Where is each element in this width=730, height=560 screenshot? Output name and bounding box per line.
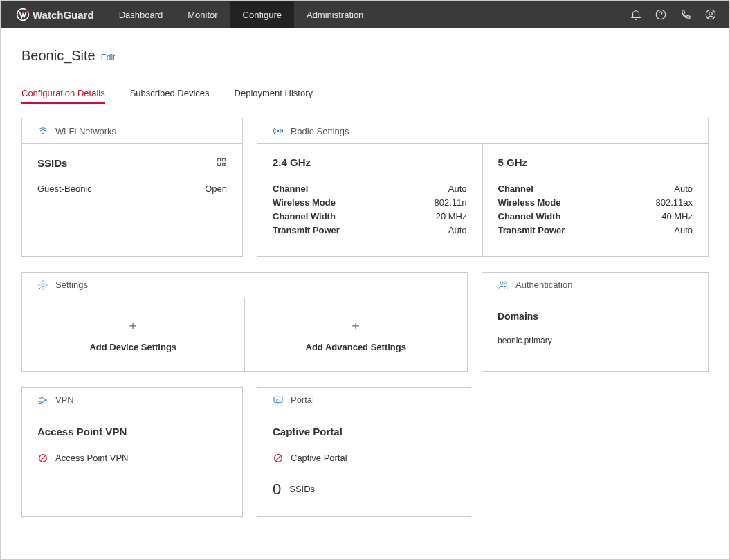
svg-point-3 <box>709 12 713 15</box>
svg-rect-10 <box>222 165 223 165</box>
r24-channel-label: Channel <box>273 182 308 196</box>
radio-24-title: 2.4 GHz <box>273 156 467 168</box>
brand-logo: WatchGuard <box>1 8 107 21</box>
wifi-icon <box>37 125 48 136</box>
nav-configure[interactable]: Configure <box>230 1 294 28</box>
brand-text: WatchGuard <box>33 9 94 21</box>
add-advanced-label: Add Advanced Settings <box>306 342 406 352</box>
svg-rect-6 <box>222 159 225 161</box>
radio-col-24: 2.4 GHz ChannelAuto Wireless Mode802.11n… <box>257 144 483 256</box>
add-device-label: Add Device Settings <box>89 342 176 352</box>
domains-label: Domains <box>498 311 693 322</box>
radio-icon <box>273 125 284 136</box>
disabled-icon <box>273 453 284 464</box>
svg-point-15 <box>504 282 507 284</box>
vpn-card-title: VPN <box>55 395 74 405</box>
nav-right-icons <box>630 8 729 21</box>
vpn-title: Access Point VPN <box>37 426 227 437</box>
vpn-status-label: Access Point VPN <box>55 453 129 463</box>
portal-card-body: Captive Portal Captive Portal 0 SSIDs <box>257 413 471 516</box>
users-icon <box>498 280 509 291</box>
plus-icon: ＋ <box>349 317 362 334</box>
svg-rect-7 <box>218 163 221 165</box>
svg-rect-5 <box>218 159 221 161</box>
r5-power: Auto <box>674 224 693 237</box>
r24-mode: 802.11n <box>435 196 467 210</box>
r5-power-label: Transmit Power <box>498 224 565 237</box>
radio-card-title: Radio Settings <box>291 126 349 136</box>
qr-icon[interactable] <box>216 156 227 170</box>
disabled-icon <box>37 453 48 464</box>
vpn-card: VPN Access Point VPN Access Point VPN <box>21 387 243 517</box>
svg-point-17 <box>39 401 42 404</box>
svg-rect-8 <box>222 163 223 163</box>
r24-channel: Auto <box>448 182 467 196</box>
vpn-card-header: VPN <box>22 388 242 413</box>
svg-point-12 <box>277 130 280 132</box>
add-advanced-settings-button[interactable]: ＋ Add Advanced Settings <box>245 298 468 371</box>
r5-channel: Auto <box>674 182 693 196</box>
vpn-status-row: Access Point VPN <box>37 453 227 464</box>
r24-power: Auto <box>448 224 467 237</box>
phone-icon[interactable] <box>679 8 692 21</box>
r5-width: 40 MHz <box>661 210 693 224</box>
portal-card-header: Portal <box>257 388 471 413</box>
svg-point-4 <box>42 133 43 134</box>
portal-count-label: SSIDs <box>289 484 315 494</box>
ssid-name: Guest-Beonic <box>37 183 92 194</box>
nav-administration[interactable]: Administration <box>294 1 376 28</box>
nav-monitor[interactable]: Monitor <box>175 1 230 28</box>
ssid-security: Open <box>205 183 227 194</box>
nav-items: Dashboard Monitor Configure Administrati… <box>107 1 376 28</box>
gear-icon <box>37 280 48 291</box>
auth-card-header: Authentication <box>482 273 708 298</box>
r24-power-label: Transmit Power <box>273 224 340 237</box>
bell-icon[interactable] <box>630 8 642 21</box>
auth-card-title: Authentication <box>515 280 572 290</box>
wifi-card-header: Wi-Fi Networks <box>22 118 242 144</box>
radio-card-body: 2.4 GHz ChannelAuto Wireless Mode802.11n… <box>257 144 708 256</box>
vpn-icon <box>37 395 48 406</box>
wifi-card-title: Wi-Fi Networks <box>55 126 116 136</box>
page-title-row: Beonic_Site Edit <box>21 48 709 71</box>
radio-card-header: Radio Settings <box>257 118 708 144</box>
edit-link[interactable]: Edit <box>101 53 116 62</box>
r5-mode-label: Wireless Mode <box>498 196 561 210</box>
tab-config-details[interactable]: Configuration Details <box>21 88 105 104</box>
portal-ssid-count: 0 SSIDs <box>273 480 455 498</box>
vpn-card-body: Access Point VPN Access Point VPN <box>22 413 242 510</box>
settings-card-title: Settings <box>55 280 88 290</box>
r5-width-label: Channel Width <box>498 210 561 224</box>
portal-card-title: Portal <box>291 395 314 405</box>
tab-subscribed-devices[interactable]: Subscribed Devices <box>130 88 210 104</box>
page-title: Beonic_Site <box>21 48 95 64</box>
ssids-label: SSIDs <box>37 157 67 169</box>
radio-card: Radio Settings 2.4 GHz ChannelAuto Wirel… <box>257 118 709 257</box>
page-content: Beonic_Site Edit Configuration Details S… <box>1 28 729 560</box>
help-icon[interactable] <box>655 8 667 21</box>
add-device-settings-button[interactable]: ＋ Add Device Settings <box>22 298 245 371</box>
portal-title: Captive Portal <box>273 426 455 437</box>
radio-5-title: 5 GHz <box>498 156 693 168</box>
tab-deployment-history[interactable]: Deployment History <box>235 88 313 104</box>
portal-icon <box>273 395 284 406</box>
auth-card-body: Domains beonic.primary <box>482 298 708 363</box>
r5-channel-label: Channel <box>498 182 533 196</box>
plus-icon: ＋ <box>127 317 139 334</box>
portal-card: Portal Captive Portal Captive Portal 0 S… <box>257 387 471 517</box>
top-navbar: WatchGuard Dashboard Monitor Configure A… <box>1 1 729 28</box>
ssid-row[interactable]: Guest-Beonic Open <box>37 183 227 194</box>
svg-point-13 <box>42 284 44 287</box>
wifi-card-body: SSIDs Guest-Beonic Open <box>22 144 242 212</box>
portal-status-row: Captive Portal <box>273 453 455 464</box>
radio-col-5: 5 GHz ChannelAuto Wireless Mode802.11ax … <box>483 144 709 256</box>
r24-mode-label: Wireless Mode <box>273 196 336 210</box>
r5-mode: 802.11ax <box>656 196 693 210</box>
settings-card: Settings ＋ Add Device Settings ＋ Add Adv… <box>21 272 468 372</box>
tabs: Configuration Details Subscribed Devices… <box>21 88 709 104</box>
user-icon[interactable] <box>704 8 717 21</box>
svg-point-18 <box>45 399 47 401</box>
r24-width-label: Channel Width <box>273 210 336 224</box>
auth-card: Authentication Domains beonic.primary <box>482 272 709 372</box>
nav-dashboard[interactable]: Dashboard <box>107 1 176 28</box>
